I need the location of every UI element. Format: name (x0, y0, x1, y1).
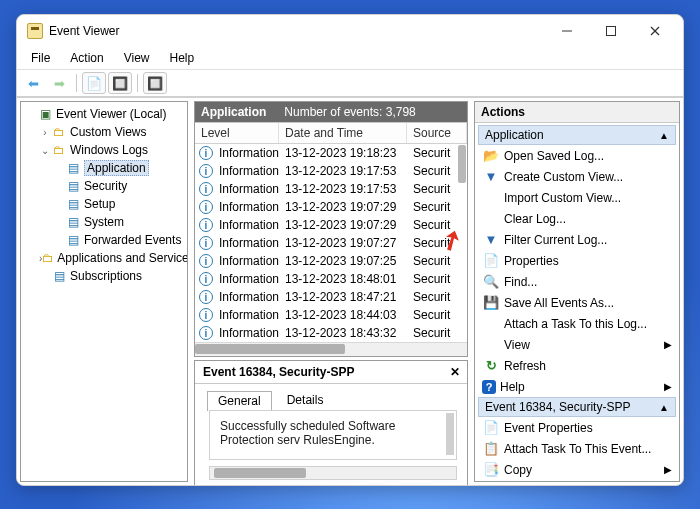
action-item[interactable]: 💾Save All Events As... (478, 292, 676, 313)
action-item[interactable]: Import Custom View... (478, 187, 676, 208)
action-icon: 🔍 (482, 274, 500, 289)
action-item[interactable]: Clear Log... (478, 208, 676, 229)
maximize-button[interactable] (589, 17, 633, 45)
cell-level: Information (213, 308, 279, 322)
detail-header: Event 16384, Security-SPP ✕ (195, 361, 467, 384)
action-label: Attach Task To This Event... (504, 442, 651, 456)
col-date[interactable]: Date and Time (279, 123, 407, 143)
action-label: Find... (504, 275, 537, 289)
close-button[interactable] (633, 17, 677, 45)
action-icon: 📑 (482, 462, 500, 477)
tree-item[interactable]: ▤Setup (23, 195, 185, 213)
cell-date: 13-12-2023 19:07:29 (279, 200, 407, 214)
back-button[interactable]: ⬅ (21, 72, 45, 94)
actions-group-header[interactable]: Event 16384, Security-SPP▲ (478, 397, 676, 417)
cell-date: 13-12-2023 18:48:01 (279, 272, 407, 286)
tab-general[interactable]: General (207, 391, 272, 411)
action-item[interactable]: ↻Refresh (478, 355, 676, 376)
log-icon: ▤ (65, 179, 81, 193)
svg-rect-1 (607, 27, 616, 36)
detail-horizontal-scrollbar[interactable] (209, 466, 457, 480)
event-row[interactable]: iInformation13-12-2023 19:07:29Securit (195, 198, 467, 216)
event-row[interactable]: iInformation13-12-2023 18:48:01Securit (195, 270, 467, 288)
tree-twist-icon[interactable]: › (39, 127, 51, 138)
grid-body[interactable]: iInformation13-12-2023 19:18:23SecuritiI… (195, 144, 467, 342)
col-source[interactable]: Source (407, 123, 467, 143)
scope-tree[interactable]: ▣Event Viewer (Local)›🗀Custom Views⌄🗀Win… (21, 102, 187, 481)
action-item[interactable]: 📋Attach Task To This Event... (478, 438, 676, 459)
minimize-button[interactable] (545, 17, 589, 45)
body: ▣Event Viewer (Local)›🗀Custom Views⌄🗀Win… (17, 97, 683, 485)
action-icon: 📂 (482, 148, 500, 163)
event-grid: Application Number of events: 3,798 Leve… (194, 101, 468, 357)
menu-view[interactable]: View (116, 49, 158, 67)
event-row[interactable]: iInformation13-12-2023 19:18:23Securit (195, 144, 467, 162)
action-item[interactable]: ▼Create Custom View... (478, 166, 676, 187)
cell-source: Securit (407, 254, 467, 268)
close-icon (649, 25, 661, 37)
folder-icon: 🗀 (42, 251, 54, 265)
titlebar[interactable]: Event Viewer (17, 15, 683, 47)
tree-item-label: Subscriptions (70, 269, 142, 283)
tree-item[interactable]: ›🗀Custom Views (23, 123, 185, 141)
info-icon: i (199, 182, 213, 196)
event-row[interactable]: iInformation13-12-2023 19:07:27Securit (195, 234, 467, 252)
action-item[interactable]: View▶ (478, 334, 676, 355)
action-item[interactable]: 📄Properties (478, 250, 676, 271)
cell-source: Securit (407, 272, 467, 286)
log-icon: ▤ (65, 233, 81, 247)
horizontal-scrollbar[interactable] (195, 342, 467, 356)
menu-help[interactable]: Help (162, 49, 203, 67)
cell-level: Information (213, 254, 279, 268)
tree-item[interactable]: ⌄🗀Windows Logs (23, 141, 185, 159)
grid-columns[interactable]: Level Date and Time Source (195, 123, 467, 144)
collapse-icon: ▲ (659, 402, 669, 413)
tree-twist-icon[interactable]: ⌄ (39, 145, 51, 156)
tree-item[interactable]: ▤Application (23, 159, 185, 177)
event-row[interactable]: iInformation13-12-2023 18:44:03Securit (195, 306, 467, 324)
info-icon: i (199, 272, 213, 286)
actions-group-header[interactable]: Application▲ (478, 125, 676, 145)
action-item[interactable]: 🔍Find... (478, 271, 676, 292)
toolbar-button-2[interactable]: 🔲 (108, 72, 132, 94)
event-row[interactable]: iInformation13-12-2023 19:07:29Securit (195, 216, 467, 234)
cell-level: Information (213, 272, 279, 286)
event-row[interactable]: iInformation13-12-2023 19:07:25Securit (195, 252, 467, 270)
detail-vertical-scrollbar[interactable] (446, 413, 454, 455)
action-item[interactable]: Attach a Task To this Log... (478, 313, 676, 334)
vertical-scrollbar[interactable] (458, 145, 466, 183)
menubar[interactable]: File Action View Help (17, 47, 683, 70)
cell-level: Information (213, 218, 279, 232)
event-row[interactable]: iInformation13-12-2023 19:17:53Securit (195, 180, 467, 198)
menu-file[interactable]: File (23, 49, 58, 67)
action-item[interactable]: 📄Event Properties (478, 417, 676, 438)
toolbar-separator (76, 74, 77, 92)
grid-count: Number of events: 3,798 (284, 105, 415, 119)
info-icon: i (199, 254, 213, 268)
event-row[interactable]: iInformation13-12-2023 18:47:21Securit (195, 288, 467, 306)
toolbar-button-3[interactable]: 🔲 (143, 72, 167, 94)
toolbar-button-1[interactable]: 📄 (82, 72, 106, 94)
tree-item[interactable]: ▤System (23, 213, 185, 231)
action-item[interactable]: 📂Open Saved Log... (478, 145, 676, 166)
tree-item[interactable]: ▤Forwarded Events (23, 231, 185, 249)
event-row[interactable]: iInformation13-12-2023 19:17:53Securit (195, 162, 467, 180)
log-icon: ▤ (65, 215, 81, 229)
tab-details[interactable]: Details (276, 390, 335, 410)
tree-item[interactable]: ›🗀Applications and Services Logs (23, 249, 185, 267)
col-level[interactable]: Level (195, 123, 279, 143)
action-label: Create Custom View... (504, 170, 623, 184)
action-item[interactable]: ?Help▶ (478, 376, 676, 397)
tree-item[interactable]: ▤Security (23, 177, 185, 195)
forward-button[interactable]: ➡ (47, 72, 71, 94)
action-label: Copy (504, 463, 532, 477)
menu-action[interactable]: Action (62, 49, 111, 67)
action-item[interactable]: 📑Copy▶ (478, 459, 676, 480)
cell-source: Securit (407, 290, 467, 304)
event-row[interactable]: iInformation13-12-2023 18:43:32Securit (195, 324, 467, 342)
detail-close-button[interactable]: ✕ (445, 365, 465, 379)
tree-item[interactable]: ▣Event Viewer (Local) (23, 105, 185, 123)
action-label: Attach a Task To this Log... (504, 317, 647, 331)
action-item[interactable]: ▼Filter Current Log... (478, 229, 676, 250)
tree-item[interactable]: ▤Subscriptions (23, 267, 185, 285)
